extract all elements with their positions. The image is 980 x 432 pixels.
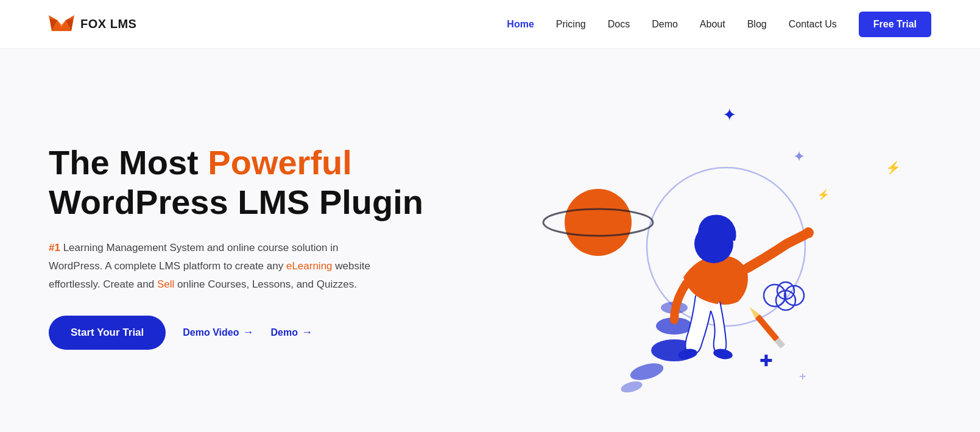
svg-point-18	[803, 227, 814, 238]
demo-video-link[interactable]: Demo Video →	[183, 326, 253, 339]
hero-description: #1 Learning Management System and online…	[49, 239, 390, 293]
hash-one: #1	[49, 242, 60, 253]
nav-about[interactable]: About	[700, 19, 725, 30]
svg-point-19	[764, 285, 786, 306]
demo-link[interactable]: Demo →	[270, 326, 312, 339]
logo-text: FOX LMS	[80, 17, 136, 31]
heading-text-2: WordPress LMS Plugin	[49, 183, 423, 221]
hero-right: ✦ ⚡ ✚	[423, 88, 931, 405]
svg-text:+: +	[799, 370, 806, 383]
svg-point-14	[620, 379, 644, 392]
free-trial-button[interactable]: Free Trial	[859, 12, 931, 37]
fox-logo-icon	[49, 14, 74, 35]
nav-pricing[interactable]: Pricing	[556, 19, 586, 30]
nav-docs[interactable]: Docs	[608, 19, 630, 30]
lightning-icon: ⚡	[886, 161, 901, 174]
hero-left: The Most Powerful WordPress LMS Plugin #…	[49, 143, 423, 349]
hero-heading: The Most Powerful WordPress LMS Plugin	[49, 143, 423, 222]
arrow-icon-2: →	[301, 326, 312, 339]
nav-home[interactable]: Home	[507, 19, 534, 30]
logo-area: FOX LMS	[49, 14, 136, 35]
heading-text-1: The Most	[49, 143, 208, 182]
nav-demo[interactable]: Demo	[652, 19, 678, 30]
demo-video-label: Demo Video	[183, 327, 239, 338]
arrow-icon: →	[242, 326, 253, 339]
heading-powerful: Powerful	[208, 143, 351, 182]
start-trial-button[interactable]: Start Your Trial	[49, 316, 166, 350]
svg-rect-7	[755, 314, 780, 341]
sell-link[interactable]: Sell	[157, 278, 174, 290]
svg-text:✦: ✦	[793, 148, 805, 165]
svg-text:⚡: ⚡	[817, 189, 830, 200]
nav-contact[interactable]: Contact Us	[789, 19, 837, 30]
hero-section: The Most Powerful WordPress LMS Plugin #…	[0, 49, 980, 432]
desc-end: online Courses, Lessons, and Quizzes.	[174, 278, 357, 290]
svg-point-13	[629, 360, 665, 383]
header: FOX LMS Home Pricing Docs Demo About Blo…	[0, 0, 980, 49]
main-nav: Home Pricing Docs Demo About Blog Contac…	[507, 12, 931, 37]
elearning-link[interactable]: eLearning	[286, 260, 333, 272]
svg-point-4	[565, 189, 632, 256]
hero-cta: Start Your Trial Demo Video → Demo →	[49, 316, 423, 350]
demo-label: Demo	[270, 327, 297, 338]
hero-illustration: ✦ ⚡ +	[519, 101, 836, 393]
nav-blog[interactable]: Blog	[747, 19, 767, 30]
